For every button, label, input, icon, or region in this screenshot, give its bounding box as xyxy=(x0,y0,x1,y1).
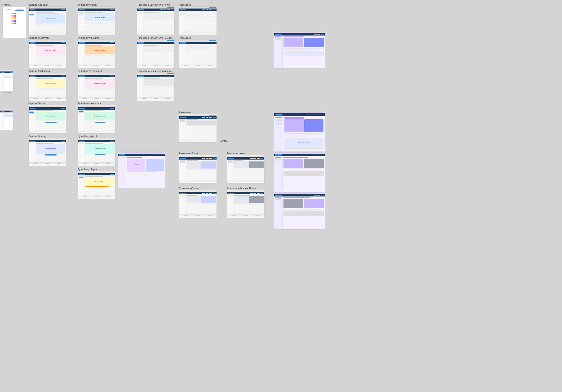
swatch-purple-light xyxy=(10,20,12,21)
resources-news-card[interactable] xyxy=(227,155,265,183)
swatch-teal-light xyxy=(10,23,12,24)
swatch-row-4 xyxy=(4,18,25,19)
swatch-row-1 xyxy=(4,13,25,14)
contact-standalone-label: Contact xyxy=(220,140,228,142)
capture-testing-card[interactable]: Capture Testing xyxy=(28,105,66,133)
small-frame-1-label: Latest News xyxy=(0,92,13,93)
resources-about-card[interactable] xyxy=(179,155,217,183)
resources-about-label: Resources-About xyxy=(179,152,199,155)
swatch-yellow-mid xyxy=(12,18,14,19)
capture-packaging-label: Capture Packaging xyxy=(28,70,50,72)
dot-5 xyxy=(1,110,2,110)
resources-latestnews-video-label: Resources-LatestNews-Video-... xyxy=(137,70,173,72)
symphony-assistant-card[interactable]: Symphony Assistant xyxy=(78,105,116,133)
resources-latestnews-news-label: Resources-LatestNews-News xyxy=(137,4,170,6)
about-us-large-card[interactable]: About Us xyxy=(118,152,165,188)
large-preview-2[interactable] xyxy=(274,31,325,69)
symphony-portal-card[interactable]: Symphony Portal xyxy=(78,6,116,35)
frame1-label: Frame 1 xyxy=(2,4,11,6)
swatch-pink-mid xyxy=(12,16,14,18)
capture-appscan-label: Capture AppScan xyxy=(28,4,48,6)
resources-1-card[interactable] xyxy=(179,6,217,35)
swatch-row-5 xyxy=(4,20,25,21)
main-canvas: Frame 1 Capture Symphony xyxy=(0,0,562,392)
swatch-row-7 xyxy=(4,23,25,24)
swatch-green-mid xyxy=(12,15,14,16)
symphony-signal-card[interactable]: Symphony Signal xyxy=(78,171,116,199)
symphony-insights-label: Symphony Insights xyxy=(78,37,99,39)
dot-2 xyxy=(1,71,2,71)
dot-4 xyxy=(1,110,1,110)
resources-release-notes-card[interactable] xyxy=(227,190,265,218)
swatch-row-3 xyxy=(4,16,25,18)
swatch-red-light xyxy=(10,21,12,23)
swatch-row-6 xyxy=(4,21,25,23)
capture-discovery-card[interactable]: Capture Discovery xyxy=(28,39,66,68)
small-browser-2 xyxy=(0,109,13,130)
resources-contact-label: Resources-Contact xyxy=(179,187,201,190)
swatch-teal-mid xyxy=(12,23,14,24)
swatch-green-light xyxy=(10,15,12,16)
swatch-row-2 xyxy=(4,15,25,16)
frame1-tabs: Capture Symphony xyxy=(3,7,26,12)
resources-2-label: Resources xyxy=(179,37,191,39)
symphony-insights-card[interactable]: Symphony Insights xyxy=(78,39,116,68)
swatch-purple-mid xyxy=(12,20,14,21)
resources-news-label: Resources-News xyxy=(227,152,246,155)
capture-publishing-card[interactable]: Capture Publishing xyxy=(28,138,66,166)
capture-publishing-label: Capture Testing xyxy=(28,135,46,138)
small-frame-2 xyxy=(0,109,13,130)
capture-appscan-card[interactable]: Capture AppScan xyxy=(28,6,66,35)
symphony-signal-label: Symphony Signal xyxy=(78,168,97,171)
capture-tab[interactable]: Capture xyxy=(5,9,12,11)
symphony-portal-label: Symphony Portal xyxy=(78,4,97,6)
symphony-fix-card[interactable]: Symphony Fix Engine xyxy=(78,73,116,101)
swatch-blue-dark xyxy=(14,13,16,14)
capture-packaging-card[interactable]: Capture Packaging xyxy=(28,73,66,101)
swatch-blue-mid xyxy=(12,13,14,14)
resources-latestnews-rel-card[interactable] xyxy=(137,39,175,68)
swatch-yellow-dark xyxy=(14,18,16,19)
small-browser-1 xyxy=(0,70,13,91)
large-preview-3[interactable] xyxy=(274,152,325,189)
resources-latestnews-news-card[interactable] xyxy=(137,6,175,35)
dot-6 xyxy=(2,110,3,110)
small-frame-1: Latest News xyxy=(0,70,13,93)
symphony-agent-label: Symphony Agent xyxy=(78,135,97,138)
symphony-tab[interactable]: Symphony xyxy=(15,9,24,11)
swatch-red-dark xyxy=(14,21,16,23)
symphony-assistant-label: Symphony Assistant xyxy=(78,102,101,105)
resources-latestnews-video-card[interactable] xyxy=(137,73,175,101)
frame1-swatches xyxy=(3,12,26,38)
swatch-pink-light xyxy=(10,16,12,18)
swatch-green-dark xyxy=(14,15,16,16)
resources-release-notes-label: Resources-Release Notes xyxy=(227,187,256,190)
resources-3-label: Resources xyxy=(179,111,191,114)
dot-3 xyxy=(2,71,3,71)
resources-latestnews-rel-label: Resources-LatestNews-Releas... xyxy=(137,37,173,39)
resources-3-card[interactable] xyxy=(179,114,217,143)
large-preview-4[interactable] xyxy=(274,192,325,230)
resources-2-card[interactable] xyxy=(179,39,217,68)
frame1-card: Capture Symphony xyxy=(2,7,26,38)
capture-testing-label: Capture Testing xyxy=(28,102,46,105)
swatch-red-mid xyxy=(12,21,14,23)
capture-discovery-label: Capture Discovery xyxy=(28,37,49,39)
dot-1 xyxy=(1,71,1,71)
resources-contact-card[interactable] xyxy=(179,190,217,218)
swatch-purple-dark xyxy=(14,20,16,21)
swatch-yellow-light xyxy=(10,18,12,19)
resources-1-label: Resources xyxy=(179,4,191,6)
symphony-agent-card[interactable]: Symphony Agent xyxy=(78,138,116,166)
swatch-blue-light xyxy=(10,13,12,14)
swatch-teal-dark xyxy=(14,23,16,24)
symphony-fix-label: Symphony Fix Engine xyxy=(78,70,102,72)
swatch-pink-dark xyxy=(14,16,16,18)
